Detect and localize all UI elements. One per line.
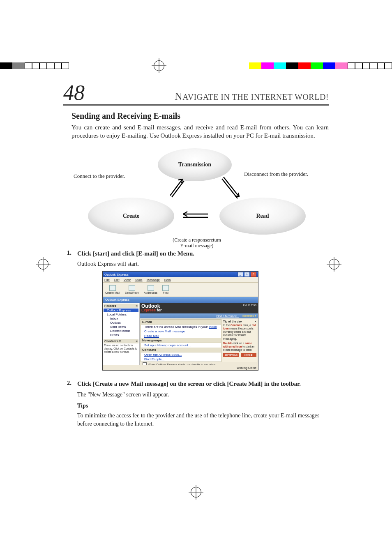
close-icon[interactable]: × (255, 320, 256, 324)
tip-next-button[interactable]: Next ▶ (241, 353, 257, 357)
tool-icon (148, 285, 154, 291)
label-disconnect: Disconnect from the provider. (244, 171, 326, 177)
registration-bar-top (0, 62, 392, 70)
folders-header: Folders× (104, 304, 138, 308)
open-address-book-link[interactable]: Open the Address Book... (144, 353, 182, 357)
arrow-left-icon (179, 210, 212, 222)
menu-file[interactable]: File (104, 278, 110, 282)
tips-label: Tips (77, 403, 329, 409)
menu-message[interactable]: Message (147, 278, 160, 282)
status-text: Working Online (237, 366, 256, 369)
section-contacts-header: Contacts (141, 348, 221, 352)
section-news-header: Newsgroups (141, 338, 221, 343)
section-email-header: E-mail (141, 320, 221, 325)
inbox-link[interactable]: Inbox (209, 325, 217, 329)
tool-label: Send/Recv (125, 291, 139, 294)
window-title: Outlook Express (104, 273, 129, 276)
step-1-number: 1. (63, 249, 71, 258)
folder-outbox[interactable]: Outbox (104, 321, 138, 325)
goto-msn-link[interactable]: Go to msn (243, 304, 256, 306)
tip-of-the-day-pane: Tip of the day × In the Contacts area, a… (222, 319, 257, 362)
tool-icon (162, 285, 169, 291)
tool-send-recv[interactable]: Send/Recv (125, 285, 139, 294)
menu-help[interactable]: Help (164, 278, 171, 282)
close-icon[interactable]: × (136, 339, 138, 343)
tips-text: To minimize the access fee to the provid… (77, 412, 329, 428)
registration-mark-bottom (191, 487, 201, 497)
color-swatches-right (249, 62, 392, 69)
folder-deleted[interactable]: Deleted Items (104, 329, 138, 333)
find-people-link[interactable]: Find People... (144, 357, 164, 361)
arrow-up-icon (166, 175, 187, 200)
read-mail-link[interactable]: Read Mail (144, 334, 159, 338)
tool-label: Create Mail (105, 291, 120, 294)
step-2-text: Click [Create a new Mail message] on the… (77, 380, 329, 388)
unread-mail-line: There are no unread Mail messages in you… (141, 325, 221, 329)
label-connect: Connect to the provider. (74, 173, 125, 180)
diagram-caption: (Create a responsereturn E-mail message) (154, 237, 240, 249)
step-1: 1. Click [start] and click [E-mail] on t… (63, 249, 329, 258)
create-mail-link[interactable]: Create a new Mail message (144, 329, 185, 333)
menu-tools[interactable]: Tools (135, 278, 143, 282)
toolbar: Create MailSend/RecvAddressesFind (103, 283, 258, 297)
menu-edit[interactable]: Edit (114, 278, 120, 282)
contacts-empty-msg: There are no contacts to display. Click … (104, 343, 138, 354)
color-swatches-left (0, 62, 69, 69)
window-titlebar: Outlook Express _ □ × (103, 272, 258, 277)
bubble-read: Read (219, 198, 306, 235)
contacts-header[interactable]: Contacts ▾× (104, 339, 138, 343)
arrow-down-icon (219, 173, 244, 202)
newsgroups-setup-link[interactable]: Set up a Newsgroups account... (144, 343, 191, 347)
step-2: 2. Click [Create a new Mail message] on … (63, 380, 329, 388)
location-band: Outlook Express (103, 297, 258, 303)
folders-pane: Folders× Outlook Express Local Folders I… (103, 303, 140, 368)
brand-bar: Outlook Express for Go to msn (140, 303, 258, 313)
folder-outlook-express[interactable]: Outlook Express (104, 309, 138, 312)
find-message-link[interactable]: Find a Message... (216, 315, 239, 318)
tool-create-mail[interactable]: Create Mail (105, 285, 120, 294)
bubble-create: Create (88, 198, 174, 235)
registration-mark-top (154, 60, 164, 71)
chapter-title: NAVIGATE IN THE INTERNET WORLD! (175, 90, 329, 103)
menubar: FileEditViewToolsMessageHelp (103, 277, 258, 283)
step-2-number: 2. (63, 380, 71, 388)
folder-local[interactable]: Local Folders (104, 313, 138, 316)
tool-find[interactable]: Find (162, 285, 169, 294)
step-1-sub: Outlook Express will start. (77, 260, 329, 268)
window-maximize-button[interactable]: □ (244, 272, 250, 277)
menu-view[interactable]: View (124, 278, 131, 282)
tool-label: Find (163, 291, 168, 294)
step-2-sub: The "New Message" screen will appear. (77, 391, 329, 399)
outlook-express-screenshot: Outlook Express _ □ × FileEditViewToolsM… (102, 271, 258, 371)
registration-mark-left (38, 259, 48, 269)
step-1-text: Click [start] and click [E-mail] on the … (77, 249, 329, 258)
section-heading: Sending and Receiving E-mails (71, 111, 329, 121)
intro-paragraph: You can create and send E-mail messages,… (71, 123, 329, 140)
tool-icon (109, 285, 116, 291)
tip-prev-button[interactable]: ◀ Previous (223, 353, 239, 357)
tool-icon (129, 285, 135, 291)
window-minimize-button[interactable]: _ (238, 272, 243, 277)
registration-mark-right (329, 259, 339, 269)
identities-menu[interactable]: Identities ▾ (242, 314, 256, 318)
folder-sent[interactable]: Sent Items (104, 325, 138, 329)
tool-label: Addresses (144, 291, 157, 294)
page-number: 48 (63, 82, 85, 104)
window-close-button[interactable]: × (251, 272, 256, 277)
transmission-diagram: Transmission Create Read Connect to the … (71, 148, 321, 243)
tip-header: Tip of the day (223, 320, 242, 324)
registration-bar-bottom (0, 488, 392, 496)
status-bar: Working Online (103, 365, 258, 370)
close-icon[interactable]: × (136, 304, 138, 308)
folder-drafts[interactable]: Drafts (104, 333, 138, 337)
tool-addresses[interactable]: Addresses (144, 285, 157, 294)
folder-inbox[interactable]: Inbox (104, 317, 138, 320)
